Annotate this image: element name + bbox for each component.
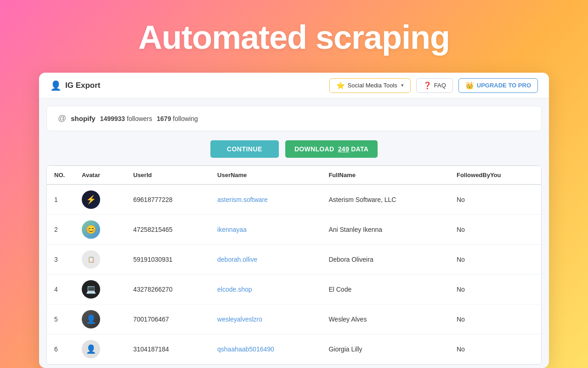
brand-logo: 👤 IG Export (50, 80, 101, 91)
avatar: 😊 (82, 220, 100, 239)
username-link[interactable]: deborah.ollive (217, 256, 257, 263)
cell-followed: No (449, 334, 541, 364)
table-row: 6 👤 3104187184 qshaahaab5016490 Giorgia … (47, 334, 541, 364)
app-card: 👤 IG Export ⭐ Social Media Tools ▾ ❓ FAQ… (39, 73, 549, 368)
cell-fullname: Asterism Software, LLC (321, 184, 449, 215)
avatar: 📋 (82, 250, 100, 269)
navbar-right: ⭐ Social Media Tools ▾ ❓ FAQ 👑 UPGRADE T… (329, 78, 538, 93)
upgrade-label: UPGRADE TO PRO (477, 82, 531, 89)
cell-username[interactable]: wesleyalveslzro (210, 305, 321, 334)
cell-followed: No (449, 245, 541, 275)
table-row: 5 👤 7001706467 wesleyalveslzro Wesley Al… (47, 305, 541, 334)
at-icon: @ (58, 114, 66, 123)
faq-button[interactable]: ❓ FAQ (416, 78, 453, 93)
navbar: 👤 IG Export ⭐ Social Media Tools ▾ ❓ FAQ… (39, 73, 549, 98)
table-row: 2 😊 47258215465 ikennayaa Ani Stanley Ik… (47, 215, 541, 245)
cell-fullname: Giorgia Lilly (321, 334, 449, 364)
table-body: 1 ⚡ 69618777228 asterism.software Asteri… (47, 184, 541, 364)
page-hero-title: Automated scraping (138, 18, 450, 56)
cell-username[interactable]: deborah.ollive (210, 245, 321, 275)
cell-avatar: ⚡ (74, 184, 126, 215)
avatar: 💻 (82, 280, 100, 299)
cell-followed: No (449, 275, 541, 305)
brand-name: IG Export (65, 81, 101, 90)
profile-username: shopify (71, 115, 95, 122)
table-header: NO. Avatar UserId UserName FullName Foll… (47, 166, 541, 185)
cell-avatar: 😊 (74, 215, 126, 245)
avatar: ⚡ (82, 190, 100, 209)
table-row: 3 📋 59191030931 deborah.ollive Debora Ol… (47, 245, 541, 275)
cell-no: 6 (47, 334, 74, 364)
cell-avatar: 👤 (74, 305, 126, 334)
cell-username[interactable]: qshaahaab5016490 (210, 334, 321, 364)
cell-fullname: El Code (321, 275, 449, 305)
cell-username[interactable]: ikennayaa (210, 215, 321, 245)
table-row: 4 💻 43278266270 elcode.shop El Code No (47, 275, 541, 305)
username-link[interactable]: ikennayaa (217, 226, 247, 233)
table-row: 1 ⚡ 69618777228 asterism.software Asteri… (47, 184, 541, 215)
cell-no: 2 (47, 215, 74, 245)
cell-userid: 7001706467 (126, 305, 210, 334)
cell-fullname: Debora Oliveira (321, 245, 449, 275)
col-no: NO. (47, 166, 74, 185)
cell-no: 1 (47, 184, 74, 215)
cell-userid: 69618777228 (126, 184, 210, 215)
cell-avatar: 📋 (74, 245, 126, 275)
action-row: CONTINUE DOWNLOAD 249 DATA (39, 131, 549, 165)
cell-followed: No (449, 305, 541, 334)
upgrade-button[interactable]: 👑 UPGRADE TO PRO (458, 78, 538, 93)
cell-avatar: 👤 (74, 334, 126, 364)
cell-userid: 59191030931 (126, 245, 210, 275)
avatar: 👤 (82, 310, 100, 328)
table-wrapper: NO. Avatar UserId UserName FullName Foll… (46, 165, 542, 365)
cell-userid: 47258215465 (126, 215, 210, 245)
username-link[interactable]: wesleyalveslzro (217, 316, 262, 323)
followers-stat: 1499933 followers (100, 115, 153, 122)
cell-avatar: 💻 (74, 275, 126, 305)
cell-followed: No (449, 184, 541, 215)
faq-label: FAQ (434, 82, 446, 89)
col-userid: UserId (126, 166, 210, 185)
cell-followed: No (449, 215, 541, 245)
profile-bar: @ shopify 1499933 followers 1679 followi… (46, 106, 542, 131)
col-username: UserName (210, 166, 321, 185)
download-suffix: DATA (351, 145, 368, 153)
username-link[interactable]: qshaahaab5016490 (217, 345, 274, 353)
social-tools-button[interactable]: ⭐ Social Media Tools ▾ (329, 78, 411, 93)
col-fullname: FullName (321, 166, 449, 185)
cell-fullname: Wesley Alves (321, 305, 449, 334)
chevron-down-icon: ▾ (401, 82, 404, 88)
download-button[interactable]: DOWNLOAD 249 DATA (285, 140, 378, 158)
col-followed: FollowedByYou (449, 166, 541, 185)
cell-no: 5 (47, 305, 74, 334)
cell-userid: 3104187184 (126, 334, 210, 364)
cell-fullname: Ani Stanley Ikenna (321, 215, 449, 245)
cell-no: 4 (47, 275, 74, 305)
question-icon: ❓ (423, 81, 432, 90)
avatar: 👤 (82, 340, 100, 358)
following-stat: 1679 following (157, 115, 198, 122)
continue-button[interactable]: CONTINUE (210, 140, 279, 158)
cell-userid: 43278266270 (126, 275, 210, 305)
cell-username[interactable]: asterism.software (210, 184, 321, 215)
cell-no: 3 (47, 245, 74, 275)
col-avatar: Avatar (74, 166, 126, 185)
data-table: NO. Avatar UserId UserName FullName Foll… (47, 166, 541, 364)
star-icon: ⭐ (336, 81, 345, 90)
username-link[interactable]: elcode.shop (217, 286, 252, 293)
social-tools-label: Social Media Tools (348, 82, 397, 89)
username-link[interactable]: asterism.software (217, 196, 268, 203)
user-icon: 👤 (50, 80, 62, 91)
crown-icon: 👑 (465, 81, 474, 90)
download-count: 249 (338, 145, 349, 153)
cell-username[interactable]: elcode.shop (210, 275, 321, 305)
download-prefix: DOWNLOAD (294, 145, 334, 153)
